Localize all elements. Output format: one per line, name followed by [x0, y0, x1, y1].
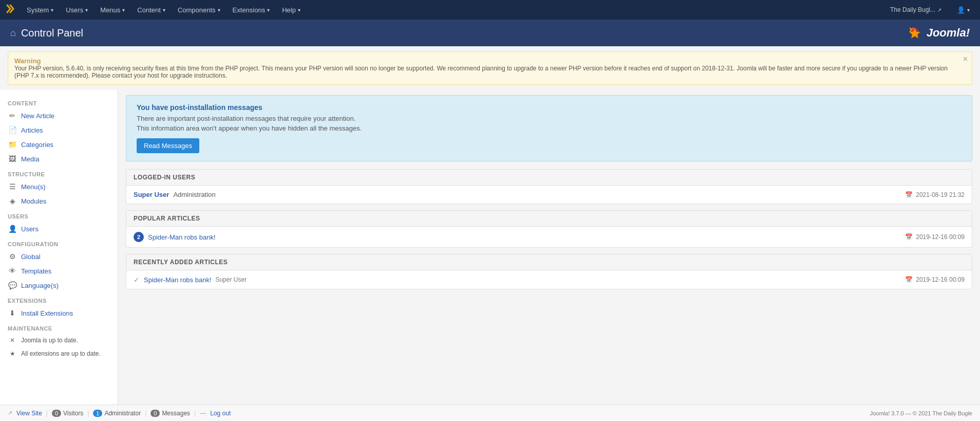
post-install-note: This information area won't appear when … — [137, 124, 962, 132]
table-row: Super User Administration 📅 2021-08-19 2… — [126, 186, 972, 204]
recently-added-header: RECENTLY ADDED ARTICLES — [126, 254, 972, 270]
sidebar-section-users: USERS — [0, 208, 118, 222]
new-article-link[interactable]: New Article — [21, 112, 54, 120]
header-bar: ⌂ Control Panel Joomla! — [0, 20, 980, 46]
footer: ↗ View Site | 0 Visitors | 1 Administrat… — [0, 405, 980, 421]
calendar-icon: 📅 — [905, 233, 913, 241]
table-row: ✓ Spider-Man robs bank! Super User 📅 201… — [126, 270, 972, 289]
install-extensions-link[interactable]: Install Extensions — [21, 309, 73, 317]
warning-close-button[interactable]: × — [963, 55, 968, 63]
logged-in-users-panel: LOGGED-IN USERS Super User Administratio… — [126, 169, 972, 204]
warning-banner: Warning Your PHP version, 5.6.40, is onl… — [8, 51, 972, 85]
post-install-desc: There are important post-installation me… — [137, 115, 962, 122]
warning-message: Your PHP version, 5.6.40, is only receiv… — [14, 65, 948, 79]
chevron-down-icon: ▾ — [967, 7, 970, 13]
sidebar: CONTENT ✏ New Article 📄 Articles 📁 Categ… — [0, 90, 118, 405]
users-link[interactable]: Users — [21, 225, 39, 233]
article-title-link[interactable]: Spider-Man robs bank! — [148, 233, 216, 241]
article-author: Super User — [216, 276, 247, 283]
sidebar-item-categories[interactable]: 📁 Categories — [0, 137, 118, 152]
sidebar-item-articles[interactable]: 📄 Articles — [0, 123, 118, 137]
sidebar-section-extensions: EXTENSIONS — [0, 292, 118, 306]
chevron-down-icon: ▾ — [267, 7, 270, 13]
logged-in-users-header: LOGGED-IN USERS — [126, 170, 972, 186]
page-title: Control Panel — [21, 27, 83, 39]
popular-articles-header: POPULAR ARTICLES — [126, 211, 972, 227]
chevron-down-icon: ▾ — [85, 7, 88, 13]
popular-articles-panel: POPULAR ARTICLES 2 Spider-Man robs bank!… — [126, 210, 972, 248]
media-link[interactable]: Media — [21, 155, 39, 163]
user-menu[interactable]: 👤 ▾ — [952, 2, 975, 18]
modules-link[interactable]: Modules — [21, 197, 46, 205]
articles-link[interactable]: Articles — [21, 126, 43, 134]
sidebar-item-templates[interactable]: 👁 Templates — [0, 264, 118, 278]
joomla-update-icon: ✕ — [8, 337, 17, 344]
site-name-link[interactable]: The Daily Bugl... ↗ — [885, 2, 947, 17]
visitors-label: Visitors — [63, 410, 83, 417]
sidebar-item-users[interactable]: 👤 Users — [0, 222, 118, 236]
joomla-logo: Joomla! — [905, 23, 970, 43]
categories-link[interactable]: Categories — [21, 141, 53, 149]
chevron-down-icon: ▾ — [51, 7, 53, 13]
joomla-update-label: Joomla is up to date. — [21, 337, 78, 344]
nav-extensions[interactable]: Extensions ▾ — [228, 2, 275, 18]
nav-system[interactable]: System ▾ — [22, 2, 59, 18]
nav-help[interactable]: Help ▾ — [277, 2, 306, 18]
sidebar-item-global[interactable]: ⚙ Global — [0, 249, 118, 264]
footer-left: ↗ View Site | 0 Visitors | 1 Administrat… — [8, 410, 231, 417]
view-site-link[interactable]: View Site — [16, 410, 42, 417]
languages-link[interactable]: Language(s) — [21, 282, 59, 289]
post-install-box: You have post-installation messages Ther… — [126, 95, 972, 161]
home-icon: ⌂ — [10, 28, 16, 39]
ext-update-label: All extensions are up to date. — [21, 350, 101, 357]
star-icon: ★ — [8, 350, 17, 357]
messages-badge: 0 — [150, 410, 160, 417]
list-icon: ☰ — [8, 182, 17, 191]
user-name: Super User — [134, 191, 169, 198]
folder-icon: 📁 — [8, 140, 17, 149]
chevron-down-icon: ▾ — [122, 7, 125, 13]
main-content: CONTENT ✏ New Article 📄 Articles 📁 Categ… — [0, 90, 980, 405]
sidebar-item-ext-update[interactable]: ★ All extensions are up to date. — [0, 347, 118, 360]
sidebar-item-modules[interactable]: ◈ Modules — [0, 194, 118, 208]
navbar-left: System ▾ Users ▾ Menus ▾ Content ▾ Compo… — [5, 2, 306, 18]
sidebar-item-media[interactable]: 🖼 Media — [0, 152, 118, 166]
admin-label: Administrator — [104, 410, 141, 417]
check-icon: ✓ — [134, 276, 140, 284]
calendar-icon: 📅 — [905, 191, 913, 198]
sidebar-section-maintenance: MAINTENANCE — [0, 320, 118, 334]
gear-icon: ⚙ — [8, 252, 17, 261]
language-icon: 💬 — [8, 281, 17, 289]
chevron-down-icon: ▾ — [163, 7, 165, 13]
nav-content[interactable]: Content ▾ — [132, 2, 171, 18]
joomla-x-logo — [5, 3, 16, 17]
nav-components[interactable]: Components ▾ — [173, 2, 225, 18]
sidebar-item-joomla-update[interactable]: ✕ Joomla is up to date. — [0, 334, 118, 347]
nav-users[interactable]: Users ▾ — [61, 2, 93, 18]
sidebar-item-menus[interactable]: ☰ Menu(s) — [0, 179, 118, 194]
recently-added-panel: RECENTLY ADDED ARTICLES ✓ Spider-Man rob… — [126, 254, 972, 289]
logout-link[interactable]: Log out — [210, 410, 231, 417]
modules-icon: ◈ — [8, 197, 17, 205]
sidebar-item-install-extensions[interactable]: ⬇ Install Extensions — [0, 306, 118, 320]
menus-link[interactable]: Menu(s) — [21, 183, 46, 191]
sidebar-section-content: CONTENT — [0, 95, 118, 108]
sidebar-item-new-article[interactable]: ✏ New Article — [0, 108, 118, 123]
article-rank-badge: 2 — [134, 232, 144, 242]
read-messages-button[interactable]: Read Messages — [137, 138, 199, 153]
nav-menus[interactable]: Menus ▾ — [95, 2, 130, 18]
templates-link[interactable]: Templates — [21, 267, 51, 275]
user-icon: 👤 — [957, 6, 965, 14]
sidebar-item-languages[interactable]: 💬 Language(s) — [0, 278, 118, 292]
footer-version: Joomla! 3.7.0 — © 2021 The Daily Bugle — [870, 410, 972, 416]
user-icon: 👤 — [8, 225, 17, 233]
user-role: Administration — [173, 191, 215, 198]
chevron-down-icon: ▾ — [218, 7, 220, 13]
visitors-badge: 0 — [52, 410, 61, 417]
recent-article-title-link[interactable]: Spider-Man robs bank! — [144, 276, 212, 284]
global-link[interactable]: Global — [21, 253, 41, 261]
eye-icon: 👁 — [8, 267, 17, 275]
warning-title: Warning — [14, 57, 41, 65]
chevron-down-icon: ▾ — [298, 7, 300, 13]
pencil-icon: ✏ — [8, 112, 17, 120]
